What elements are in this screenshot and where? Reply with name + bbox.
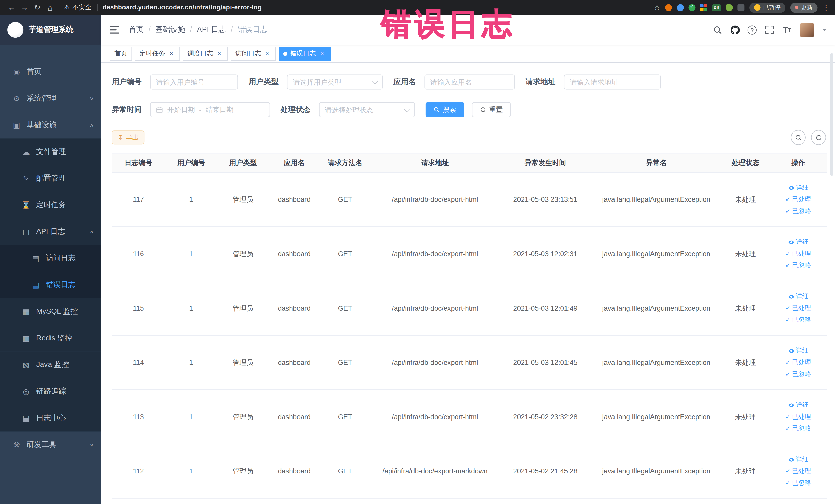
sidebar-item-label: 系统管理 <box>27 94 57 103</box>
date-range-picker[interactable]: 开始日期 - 结束日期 <box>150 102 270 117</box>
action-label: 已处理 <box>792 195 811 204</box>
address-bar[interactable]: dashboard.yudao.iocoder.cn/infra/log/api… <box>103 4 262 11</box>
sidebar-item-file[interactable]: ☁ 文件管理 <box>0 138 101 165</box>
sidebar-item-mysql[interactable]: ▦ MySQL 监控 <box>0 298 101 325</box>
processed-link[interactable]: 已处理 <box>786 412 811 421</box>
sidebar-item-home[interactable]: ◉ 首页 <box>0 59 101 85</box>
ignore-link[interactable]: 已忽略 <box>786 261 811 270</box>
process-status-select[interactable] <box>319 102 415 117</box>
cell-user_id: 1 <box>165 467 217 475</box>
access-log-icon: ▤ <box>31 254 40 263</box>
extension-icon[interactable] <box>726 4 733 11</box>
export-button[interactable]: 导出 <box>112 130 144 144</box>
tab-访问日志[interactable]: 访问日志 <box>230 47 276 61</box>
notification-dot <box>795 6 798 9</box>
search-button[interactable]: 搜索 <box>426 102 464 117</box>
ignore-link[interactable]: 已忽略 <box>786 424 811 433</box>
github-icon[interactable] <box>730 25 739 35</box>
detail-link[interactable]: 详细 <box>788 455 809 464</box>
close-icon[interactable] <box>216 50 223 57</box>
ignore-link[interactable]: 已忽略 <box>786 315 811 324</box>
avatar[interactable] <box>800 23 814 37</box>
main-area: 首页基础设施API 日志错误日志 <box>101 15 835 504</box>
sidebar-item-api-log[interactable]: ▤ API 日志 <box>0 219 101 245</box>
detail-link[interactable]: 详细 <box>788 346 809 355</box>
home-icon[interactable] <box>44 3 57 12</box>
fullscreen-icon[interactable] <box>765 25 774 35</box>
close-icon[interactable] <box>319 50 326 57</box>
action-label: 详细 <box>796 292 809 301</box>
detail-link[interactable]: 详细 <box>788 401 809 409</box>
sidebar-item-trace[interactable]: ◎ 链路追踪 <box>0 378 101 405</box>
browser-menu-icon[interactable] <box>822 3 830 12</box>
refresh-button[interactable] <box>811 130 826 145</box>
close-icon[interactable] <box>168 50 175 57</box>
extension-icon[interactable] <box>737 4 745 11</box>
cell-user_id: 1 <box>165 304 217 312</box>
processed-link[interactable]: 已处理 <box>786 466 811 476</box>
extension-on-badge[interactable]: on <box>712 4 721 11</box>
help-icon[interactable] <box>748 25 757 35</box>
paused-badge[interactable]: 已暂停 <box>749 2 786 12</box>
search-icon[interactable] <box>713 25 722 35</box>
back-icon[interactable] <box>5 3 18 12</box>
font-size-icon[interactable] <box>782 25 792 35</box>
page-scrollbar[interactable] <box>830 53 833 176</box>
cell-time: 2021-05-03 12:02:31 <box>500 250 591 258</box>
reset-button[interactable]: 重置 <box>472 102 511 117</box>
cell-app_name: dashboard <box>269 413 320 421</box>
extension-icon[interactable] <box>665 4 672 11</box>
sidebar-item-label: MySQL 监控 <box>36 307 78 316</box>
forward-icon[interactable] <box>18 3 31 12</box>
extension-icon[interactable] <box>700 4 707 11</box>
breadcrumb-item[interactable]: API 日志 <box>197 25 238 35</box>
sidebar-item-config[interactable]: ✎ 配置管理 <box>0 165 101 192</box>
sidebar-item-infra[interactable]: ▣ 基础设施 <box>0 112 101 139</box>
app-name-input[interactable] <box>424 75 515 89</box>
chevron-down-icon[interactable] <box>822 29 827 33</box>
sidebar-item-access-log[interactable]: ▤ 访问日志 <box>0 245 101 271</box>
breadcrumb-item[interactable]: 首页 <box>129 25 156 35</box>
bookmark-star-icon[interactable] <box>653 3 660 12</box>
tab-首页[interactable]: 首页 <box>109 47 132 61</box>
tab-定时任务[interactable]: 定时任务 <box>135 47 180 61</box>
cell-time: 2021-05-03 12:01:49 <box>500 304 591 312</box>
sidebar-item-error-log[interactable]: ▤ 错误日志 <box>0 271 101 298</box>
smiley-icon <box>754 4 760 11</box>
check-icon <box>786 316 790 323</box>
action-label: 已忽略 <box>792 424 811 433</box>
sidebar-item-dev-tools[interactable]: ⚒ 研发工具 <box>0 431 101 458</box>
sidebar-item-java[interactable]: ▧ Java 监控 <box>0 351 101 378</box>
ignore-link[interactable]: 已忽略 <box>786 370 811 379</box>
extension-icon[interactable] <box>688 4 695 11</box>
reload-icon[interactable] <box>31 3 44 12</box>
ignore-link[interactable]: 已忽略 <box>786 478 811 487</box>
user-id-input[interactable] <box>150 75 238 89</box>
request-url-input[interactable] <box>564 75 661 89</box>
ignore-link[interactable]: 已忽略 <box>786 207 811 216</box>
processed-link[interactable]: 已处理 <box>786 195 811 204</box>
sidebar-item-log-center[interactable]: ▤ 日志中心 <box>0 405 101 431</box>
cell-user_id: 1 <box>165 413 217 421</box>
update-button[interactable]: 更新 <box>790 2 817 12</box>
processed-link[interactable]: 已处理 <box>786 249 811 258</box>
detail-link[interactable]: 详细 <box>788 183 809 192</box>
sidebar-item-job[interactable]: ⌛ 定时任务 <box>0 192 101 219</box>
detail-link[interactable]: 详细 <box>788 292 809 301</box>
tab-调度日志[interactable]: 调度日志 <box>183 47 228 61</box>
extension-icon[interactable] <box>677 4 684 11</box>
chevron-icon <box>89 229 95 235</box>
close-icon[interactable] <box>264 50 271 57</box>
sidebar-toggle-icon[interactable] <box>109 26 119 34</box>
processed-link[interactable]: 已处理 <box>786 358 811 367</box>
search-toggle-button[interactable] <box>791 130 806 145</box>
security-indicator[interactable]: 不安全 <box>64 3 91 12</box>
user-type-select[interactable] <box>287 75 383 89</box>
sidebar-item-redis[interactable]: ▥ Redis 监控 <box>0 325 101 352</box>
tab-错误日志[interactable]: 错误日志 <box>279 47 331 61</box>
column-header: 用户类型 <box>217 158 269 168</box>
detail-link[interactable]: 详细 <box>788 238 809 246</box>
sidebar-item-system[interactable]: ⚙ 系统管理 <box>0 85 101 112</box>
breadcrumb-item[interactable]: 基础设施 <box>156 25 197 35</box>
processed-link[interactable]: 已处理 <box>786 304 811 313</box>
